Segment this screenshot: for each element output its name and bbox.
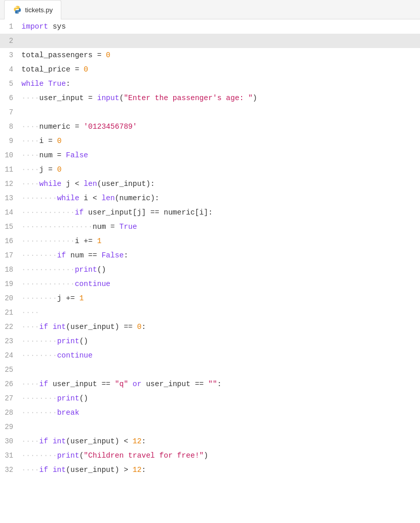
code-line: 13 ········while i < len(numeric): — [0, 191, 420, 205]
code-line: 9 ····i = 0 — [0, 134, 420, 148]
tab-filename: tickets.py — [25, 6, 53, 14]
code-line: 27 ········print() — [0, 391, 420, 406]
code-line: 21 ···· — [0, 305, 420, 320]
code-line: 14 ············if user_input[j] == numer… — [0, 205, 420, 220]
code-line: 22 ····if int(user_input) == 0: — [0, 320, 420, 334]
code-line: 2 — [0, 34, 420, 48]
code-line: 24 ········continue — [0, 348, 420, 363]
code-line: 18 ············print() — [0, 263, 420, 277]
code-line: 6 ····user_input = input("Enter the pass… — [0, 91, 420, 105]
code-line: 25 — [0, 363, 420, 377]
code-line: 17 ········if num == False: — [0, 248, 420, 263]
code-line: 29 — [0, 420, 420, 434]
title-bar: tickets.py — [0, 0, 420, 19]
code-line: 26 ····if user_input == "q" or user_inpu… — [0, 377, 420, 391]
code-line: 7 — [0, 105, 420, 120]
code-line: 12 ····while j < len(user_input): — [0, 177, 420, 191]
code-line: 8 ····numeric = '0123456789' — [0, 120, 420, 134]
code-line: 19 ············continue — [0, 277, 420, 291]
code-line: 28 ········break — [0, 406, 420, 420]
code-area: 1 import sys 2 3 total_passengers = 0 4 … — [0, 19, 420, 477]
code-line: 20 ········j += 1 — [0, 291, 420, 305]
code-line: 30 ····if int(user_input) < 12: — [0, 434, 420, 448]
file-tab[interactable]: tickets.py — [4, 0, 61, 19]
code-line: 5 while True: — [0, 77, 420, 91]
code-line: 23 ········print() — [0, 334, 420, 348]
code-line: 10 ····num = False — [0, 148, 420, 162]
code-line: 11 ····j = 0 — [0, 162, 420, 177]
code-line: 3 total_passengers = 0 — [0, 48, 420, 62]
code-line: 32 ····if int(user_input) > 12: — [0, 463, 420, 477]
code-line: 4 total_price = 0 — [0, 62, 420, 77]
code-line: 1 import sys — [0, 19, 420, 34]
code-line: 15 ················num = True — [0, 220, 420, 234]
code-line: 16 ············i += 1 — [0, 234, 420, 248]
python-icon — [13, 5, 22, 14]
code-line: 31 ········print("Children travel for fr… — [0, 448, 420, 463]
